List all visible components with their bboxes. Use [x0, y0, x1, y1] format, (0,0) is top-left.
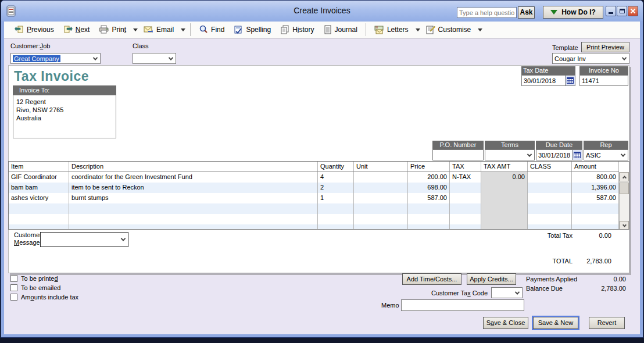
previous-button[interactable]: Previous — [11, 23, 58, 36]
minimize-button[interactable] — [606, 6, 616, 16]
due-date-field[interactable]: 30/01/2018 — [536, 149, 582, 160]
po-number-header: P.O. Number — [432, 141, 484, 149]
po-number-field[interactable] — [432, 149, 484, 160]
address-line: 12 Regent — [16, 98, 113, 106]
col-amount: Amount — [572, 162, 619, 172]
customer-message-combo[interactable] — [40, 232, 128, 247]
letters-button[interactable]: Letters — [371, 24, 412, 36]
print-dropdown-arrow[interactable] — [133, 28, 138, 31]
invoice-to-box[interactable]: 12 Regent Rivo, NSW 2765 Australia — [13, 95, 116, 138]
save-new-button[interactable]: Save & New — [533, 317, 578, 329]
journal-button[interactable]: Journal — [320, 23, 361, 36]
invoice-no-value: 11471 — [582, 77, 599, 84]
col-unit: Unit — [354, 162, 408, 172]
maximize-button[interactable] — [617, 6, 627, 16]
calendar-icon[interactable] — [565, 76, 575, 85]
table-row-empty[interactable] — [9, 203, 619, 214]
apply-credits-button[interactable]: Apply Credits... — [467, 273, 516, 285]
how-do-i-label: How Do I? — [561, 8, 596, 16]
memo-label: Memo — [381, 302, 399, 309]
customise-button[interactable]: Customise — [423, 23, 475, 36]
chevron-down-icon[interactable] — [513, 288, 522, 298]
rep-combo[interactable]: ASIC — [584, 149, 628, 160]
customer-tax-code-combo[interactable] — [491, 287, 523, 298]
revert-button[interactable]: Revert — [589, 317, 625, 329]
ask-button[interactable]: Ask — [518, 6, 535, 19]
letters-icon — [374, 26, 384, 34]
print-button[interactable]: Print — [95, 23, 130, 36]
to-be-emailed-checkbox[interactable] — [10, 284, 17, 291]
add-time-costs-button[interactable]: Add Time/Costs... — [402, 273, 461, 285]
tax-date-field[interactable]: 30/01/2018 — [521, 75, 575, 86]
save-close-button[interactable]: Save & Close — [483, 317, 528, 329]
email-button[interactable]: Email — [140, 24, 177, 35]
chevron-down-icon[interactable] — [91, 53, 100, 63]
how-do-i-button[interactable]: How Do I? — [543, 6, 603, 19]
rep-header: Rep — [584, 141, 628, 149]
toolbar-separator — [366, 23, 366, 36]
terms-combo[interactable] — [485, 149, 535, 160]
table-row-empty[interactable] — [9, 214, 619, 224]
balance-due-label: Balance Due — [526, 285, 563, 292]
address-line: Australia — [16, 114, 113, 122]
toolbar: Previous Next Print Email Find Spelling … — [4, 22, 640, 38]
desktop-strip — [0, 338, 644, 343]
table-row-empty[interactable] — [9, 224, 619, 230]
calendar-icon[interactable] — [572, 150, 582, 160]
customise-dropdown-arrow[interactable] — [478, 28, 482, 31]
letters-dropdown-arrow[interactable] — [416, 28, 420, 31]
letters-label: Letters — [387, 26, 409, 34]
close-button[interactable] — [628, 6, 638, 16]
chevron-down-icon[interactable] — [166, 53, 176, 63]
total-label: TOTAL — [511, 258, 573, 265]
scroll-down-icon[interactable] — [620, 221, 629, 230]
find-button[interactable]: Find — [195, 23, 228, 36]
customer-job-label: Customer:Job — [10, 42, 51, 49]
journal-icon — [324, 25, 332, 34]
table-row[interactable]: GIF Coordinator coordinator for the Gree… — [9, 172, 619, 183]
payments-applied-value: 0.00 — [585, 276, 626, 283]
spelling-label: Spelling — [246, 26, 271, 34]
customer-job-combo[interactable]: Great Company — [10, 53, 101, 64]
spelling-button[interactable]: Spelling — [230, 23, 274, 36]
history-button[interactable]: History — [277, 23, 317, 36]
customer-tax-code-label: Customer Tax Code — [431, 290, 488, 296]
col-tax-amt: TAX AMT — [481, 162, 528, 172]
to-be-printed-checkbox[interactable] — [10, 275, 17, 282]
customer-message-label-line2: Message — [14, 239, 40, 246]
amounts-include-tax-label: Amounts include tax — [21, 294, 78, 301]
balance-due-value: 2,783.00 — [585, 285, 626, 292]
invoice-no-field[interactable]: 11471 — [579, 75, 628, 86]
chevron-down-icon[interactable] — [618, 150, 628, 160]
chevron-down-icon[interactable] — [525, 150, 534, 160]
close-icon — [628, 6, 638, 16]
find-label: Find — [211, 26, 224, 34]
next-button[interactable]: Next — [60, 23, 94, 36]
table-row[interactable]: bam bam item to be sent to Reckon 2 698.… — [9, 183, 619, 193]
create-invoices-window: Create Invoices Ask How Do I? Previous N… — [0, 0, 644, 343]
print-preview-button[interactable]: Print Preview — [581, 42, 629, 52]
table-header-row: Item Description Quantity Unit Price TAX… — [9, 162, 619, 172]
previous-icon — [15, 25, 24, 34]
invoice-no-header: Invoice No — [579, 66, 628, 75]
payments-applied-label: Payments Applied — [526, 276, 577, 283]
table-row[interactable]: ashes victory burnt stumps 1 587.00 587.… — [9, 193, 619, 203]
template-combo[interactable]: Cougar Inv — [552, 53, 629, 64]
scrollbar-thumb[interactable] — [620, 183, 629, 194]
tax-date-header: Tax Date — [521, 66, 575, 75]
help-question-input[interactable] — [457, 7, 517, 18]
class-combo[interactable] — [133, 53, 176, 64]
total-tax-value: 0.00 — [565, 232, 611, 239]
table-scrollbar[interactable] — [619, 172, 629, 230]
scroll-up-icon[interactable] — [620, 172, 629, 181]
email-dropdown-arrow[interactable] — [181, 28, 185, 31]
chevron-down-icon[interactable] — [620, 53, 629, 63]
col-item: Item — [9, 162, 69, 172]
chevron-down-icon[interactable] — [119, 233, 128, 246]
col-class: CLASS — [528, 162, 572, 172]
memo-input[interactable] — [401, 299, 524, 311]
line-items-table: Item Description Quantity Unit Price TAX… — [8, 161, 629, 230]
journal-label: Journal — [335, 26, 357, 34]
amounts-include-tax-checkbox[interactable] — [10, 294, 17, 301]
next-label: Next — [76, 26, 90, 34]
